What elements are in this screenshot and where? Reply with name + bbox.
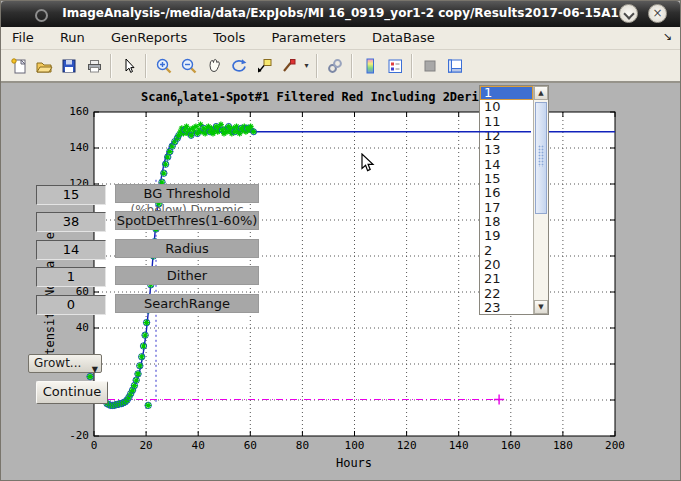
plot-title: Scan6plate1-Spot#1 Filtered Red Includin… [141,90,515,104]
searchrange-field[interactable]: 0 [36,295,106,315]
x-tick-label: 120 [387,439,427,452]
zoom-in-icon[interactable] [151,53,176,78]
listbox-item-1[interactable]: 1 [480,86,533,100]
spot-number-listbox[interactable]: 110111213141516171819220212223 ▲ ▼ [479,85,549,315]
save-icon[interactable] [56,53,81,78]
listbox-item-13[interactable]: 13 [480,143,533,157]
app-window: ImageAnalysis-/media/data/ExpJobs/MI 16_… [0,0,681,481]
dither-field[interactable]: 1 [36,267,106,287]
close-window-button[interactable]: × [648,4,667,23]
x-axis-label: Hours [314,456,394,470]
bg-threshold-button[interactable]: BG Threshold [115,184,259,203]
brush-icon[interactable] [276,53,301,78]
menu-database[interactable]: DataBase [361,27,446,49]
hide-plot-tools-icon[interactable] [417,53,442,78]
listbox-items: 110111213141516171819220212223 [480,86,533,314]
listbox-item-20[interactable]: 20 [480,258,533,272]
radius-button[interactable]: Radius [115,239,259,258]
shade-window-button[interactable] [619,4,638,23]
toolbar-separator [145,54,147,78]
toolbar-separator [351,54,353,78]
menu-parameters[interactable]: Parameters [260,27,356,49]
spotdetthres-button[interactable]: SpotDetThres(1-60%) [115,211,259,230]
searchrange-button[interactable]: SearchRange [115,294,259,313]
bg-threshold-subtext: (%below) Dynamic [115,203,259,211]
menu-file[interactable]: File [1,27,45,49]
listbox-item-16[interactable]: 16 [480,186,533,200]
chevron-down-icon: ▼ [92,361,98,378]
x-tick-label: 100 [335,439,375,452]
scroll-down-icon[interactable]: ▼ [534,300,548,314]
listbox-scrollbar[interactable]: ▲ ▼ [533,86,548,314]
rotate-3d-icon[interactable] [226,53,251,78]
print-icon[interactable] [81,53,106,78]
x-tick-label: 180 [543,439,583,452]
y-tick-label: -20 [47,429,89,442]
listbox-item-22[interactable]: 22 [480,287,533,301]
menu-tools[interactable]: Tools [202,27,256,49]
radius-field[interactable]: 14 [36,240,106,260]
menu-overflow-icon[interactable]: ↘ [663,30,672,43]
scrollbar-thumb[interactable] [535,102,547,214]
listbox-item-12[interactable]: 12 [480,129,533,143]
new-file-icon[interactable] [6,53,31,78]
title-bar[interactable]: ImageAnalysis-/media/data/ExpJobs/MI 16_… [1,1,680,27]
zoom-out-icon[interactable] [176,53,201,78]
menu-run[interactable]: Run [49,27,96,49]
menu-bar: File Run GenReports Tools Parameters Dat… [1,27,680,50]
x-tick-label: 200 [595,439,635,452]
listbox-item-11[interactable]: 11 [480,115,533,129]
window-title: ImageAnalysis-/media/data/ExpJobs/MI 16_… [1,6,680,20]
listbox-item-21[interactable]: 21 [480,272,533,286]
pointer-icon[interactable] [116,53,141,78]
growth-mode-dropdown[interactable]: Growt...▼ [28,354,102,373]
menu-genreports[interactable]: GenReports [100,27,198,49]
insert-legend-icon[interactable] [382,53,407,78]
listbox-item-10[interactable]: 10 [480,100,533,114]
x-tick-label: 160 [491,439,531,452]
toolbar-separator [411,54,413,78]
listbox-item-17[interactable]: 17 [480,201,533,215]
dither-button[interactable]: Dither [115,266,259,285]
listbox-item-18[interactable]: 18 [480,215,533,229]
listbox-item-15[interactable]: 15 [480,172,533,186]
spotdetthres-field[interactable]: 38 [36,212,106,232]
toolbar-separator [316,54,318,78]
show-plot-tools-icon[interactable] [442,53,467,78]
pan-hand-icon[interactable] [201,53,226,78]
continue-button[interactable]: Continue [36,381,108,404]
data-cursor-icon[interactable] [251,53,276,78]
x-tick-label: 60 [230,439,270,452]
figure-toolbar: ▾ [1,50,680,83]
listbox-item-14[interactable]: 14 [480,158,533,172]
listbox-item-19[interactable]: 19 [480,229,533,243]
x-tick-label: 40 [178,439,218,452]
y-tick-label: 160 [47,105,89,118]
brush-dropdown-caret[interactable]: ▾ [301,53,312,78]
chevron-down-icon [623,8,634,19]
y-tick-label: 140 [47,141,89,154]
x-tick-label: 80 [282,439,322,452]
bg-threshold-field[interactable]: 15 [36,185,106,205]
x-tick-label: 20 [126,439,166,452]
insert-colorbar-icon[interactable] [357,53,382,78]
open-file-icon[interactable] [31,53,56,78]
listbox-item-23[interactable]: 23 [480,301,533,314]
x-tick-label: 140 [439,439,479,452]
scroll-up-icon[interactable]: ▲ [534,86,548,100]
listbox-item-2[interactable]: 2 [480,244,533,258]
link-plots-icon[interactable] [322,53,347,78]
toolbar-separator [110,54,112,78]
